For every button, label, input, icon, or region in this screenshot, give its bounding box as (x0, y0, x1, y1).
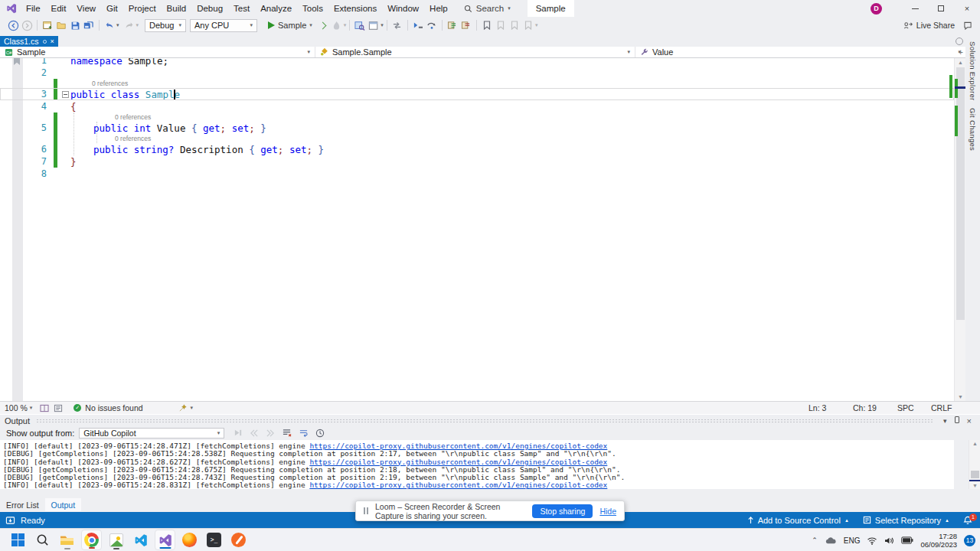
stop-sharing-button[interactable]: Stop sharing (532, 504, 593, 518)
code-line-5[interactable]: 5public int Value { get; set; } (0, 122, 954, 134)
previous-bookmark-button[interactable] (494, 18, 508, 32)
notifications-button[interactable]: 1 (963, 516, 972, 525)
menu-build[interactable]: Build (162, 4, 192, 13)
clear-all-icon[interactable] (282, 429, 292, 437)
wifi-icon[interactable] (867, 536, 877, 545)
code-editor[interactable]: 1namespace Sample;20 references3public c… (0, 58, 965, 401)
new-project-button[interactable] (41, 18, 54, 32)
background-tasks-icon[interactable] (5, 516, 15, 525)
start-debugging-button[interactable]: Sample ▾ (265, 18, 315, 32)
solution-platform-dropdown[interactable]: Any CPU▾ (190, 19, 257, 32)
close-tab-icon[interactable]: × (51, 38, 54, 45)
save-all-button[interactable] (82, 18, 96, 32)
menu-extensions[interactable]: Extensions (328, 4, 382, 13)
hidden-icons-chevron[interactable]: ⌃ (812, 536, 818, 544)
onedrive-icon[interactable] (825, 536, 837, 545)
menu-project[interactable]: Project (123, 4, 162, 13)
project-dropdown[interactable]: C# Sample ▾ (0, 47, 315, 57)
output-scrollbar[interactable]: ▲ ▼ (969, 440, 980, 489)
comment-button[interactable] (446, 18, 459, 32)
tab-options-icon[interactable] (956, 37, 963, 45)
file-explorer-button[interactable] (57, 530, 77, 550)
navigate-forward-button[interactable] (20, 18, 34, 32)
chrome-button[interactable] (81, 530, 102, 550)
code-line-8[interactable]: 8 (0, 168, 954, 180)
navigate-back-button[interactable] (6, 18, 20, 32)
open-file-button[interactable] (54, 18, 68, 32)
scroll-down-icon[interactable]: ▼ (969, 483, 980, 488)
firefox-button[interactable] (179, 530, 200, 550)
scrollbar-thumb[interactable] (971, 471, 979, 478)
close-button[interactable]: × (954, 0, 980, 17)
live-share-label[interactable]: Live Share (916, 21, 955, 30)
member-dropdown[interactable]: Value ▾ (635, 47, 965, 57)
code-line-1[interactable]: 1namespace Sample; (0, 58, 954, 67)
pin-panel-icon[interactable] (951, 416, 963, 425)
language-indicator[interactable]: ENG (844, 536, 861, 545)
next-bookmark-button[interactable] (508, 18, 521, 32)
menu-analyze[interactable]: Analyze (255, 4, 297, 13)
menu-test[interactable]: Test (228, 4, 255, 13)
code-line-4[interactable]: 4{ (0, 100, 954, 112)
image-app-button[interactable] (106, 530, 126, 550)
minimize-button[interactable] (902, 0, 928, 17)
navbar-add-icon[interactable]: + (959, 47, 963, 57)
undo-button[interactable] (103, 18, 116, 32)
health-status[interactable]: No issues found (85, 403, 142, 412)
codelens-row[interactable]: 0 references (0, 112, 954, 122)
sync-namespaces-button[interactable] (390, 18, 404, 32)
uncomment-button[interactable] (459, 18, 473, 32)
hot-reload-dropdown[interactable]: ▾ (344, 22, 347, 28)
select-repository-button[interactable]: Select Repository ▲ (863, 516, 949, 525)
speaker-icon[interactable] (884, 536, 894, 545)
taskbar-search-button[interactable] (32, 530, 53, 550)
notification-center-badge[interactable]: 13 (964, 535, 975, 546)
tab-class1-cs[interactable]: Class1.cs × (0, 36, 58, 47)
collapse-region-icon[interactable] (62, 91, 69, 98)
window-layout-button[interactable] (367, 18, 381, 32)
window-layout-dropdown[interactable]: ▾ (381, 22, 384, 28)
scroll-up-icon[interactable]: ▲ (955, 60, 965, 65)
redo-button[interactable] (122, 18, 136, 32)
undo-dropdown[interactable]: ▾ (116, 22, 119, 28)
codelens-row[interactable]: 0 references (0, 79, 954, 88)
rail-tab-solution-explorer[interactable]: Solution Explorer (969, 41, 977, 100)
menu-tools[interactable]: Tools (297, 4, 328, 13)
code-line-7[interactable]: 7} (0, 155, 954, 168)
panel-drag-handle[interactable] (36, 419, 933, 423)
bookmarks-overflow-dropdown[interactable]: ▾ (535, 22, 538, 28)
output-source-dropdown[interactable]: GitHub Copilot▾ (79, 428, 224, 439)
solution-configuration-dropdown[interactable]: Debug▾ (145, 19, 186, 32)
menu-help[interactable]: Help (424, 4, 453, 13)
save-button[interactable] (68, 18, 82, 32)
search-control[interactable]: Search ▾ (464, 4, 511, 13)
step-over-button[interactable] (425, 18, 439, 32)
code-cleanup-dropdown[interactable]: ▾ (191, 405, 194, 411)
clear-bookmarks-button[interactable] (521, 18, 535, 32)
window-position-dropdown[interactable]: ▾ (939, 417, 951, 425)
pin-tab-icon[interactable] (43, 40, 47, 44)
menu-debug[interactable]: Debug (191, 4, 228, 13)
menu-file[interactable]: File (21, 4, 46, 13)
timestamp-icon[interactable] (315, 429, 325, 438)
next-message-icon[interactable] (266, 429, 275, 437)
menu-edit[interactable]: Edit (46, 4, 72, 13)
run-to-cursor-button[interactable] (411, 18, 425, 32)
taskbar-clock[interactable]: 17:28 06/09/2023 (920, 532, 957, 549)
toggle-bookmark-button[interactable] (480, 18, 494, 32)
code-line-3[interactable]: 3public class Sample (0, 88, 954, 100)
scroll-up-icon[interactable]: ▲ (969, 441, 980, 446)
find-in-files-button[interactable] (353, 18, 367, 32)
find-message-icon[interactable] (234, 429, 243, 437)
codelens-row[interactable]: 0 references (0, 134, 954, 143)
terminal-button[interactable]: >_ (204, 530, 224, 550)
start-without-debugging-button[interactable] (318, 21, 326, 29)
tab-error-list[interactable]: Error List (0, 498, 45, 511)
word-wrap-icon[interactable] (299, 429, 309, 437)
visual-studio-button[interactable] (155, 530, 175, 550)
rail-tab-git-changes[interactable]: Git Changes (969, 108, 977, 151)
code-cleanup-icon[interactable] (178, 403, 188, 412)
redo-dropdown[interactable]: ▾ (136, 22, 139, 28)
output-log[interactable]: [INFO] [default] [2023-09-06T15:24:28.47… (0, 440, 954, 489)
orange-app-button[interactable] (228, 530, 249, 550)
